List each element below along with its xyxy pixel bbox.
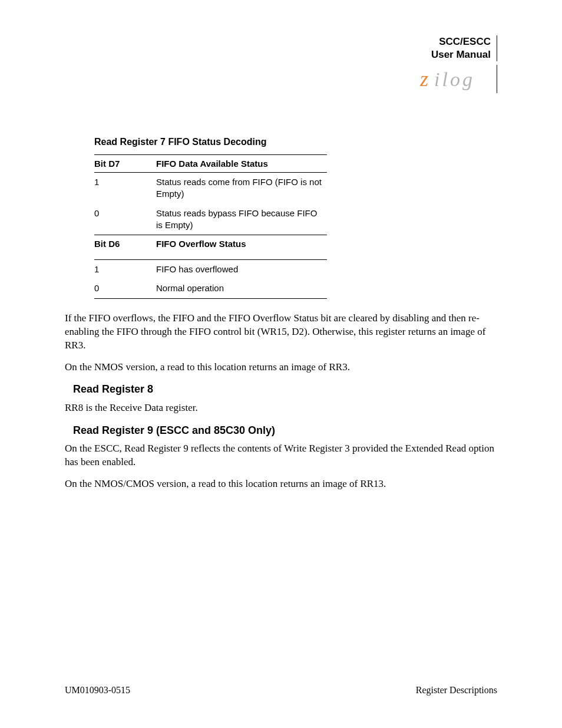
table-cell-bit: 0 [94, 279, 156, 298]
table-cell-desc: Normal operation [156, 279, 327, 298]
table-cell-desc: Status reads bypass FIFO because FIFO is… [156, 204, 327, 235]
section-heading-rr8: Read Register 8 [73, 382, 497, 396]
status-table: Bit D7 FIFO Data Available Status 1 Stat… [94, 154, 327, 299]
svg-text:ilog: ilog [434, 68, 475, 90]
paragraph: On the ESCC, Read Register 9 reflects th… [65, 442, 497, 469]
zilog-logo-icon: z ilog [420, 65, 497, 93]
paragraph: If the FIFO overflows, the FIFO and the … [65, 312, 497, 353]
doc-title-line1: SCC/ESCC [439, 36, 491, 47]
table-header-bit: Bit D6 [94, 235, 156, 260]
paragraph: RR8 is the Receive Data register. [65, 401, 497, 415]
page-header: SCC/ESCC User Manual z ilog [65, 35, 497, 95]
body-text: If the FIFO overflows, the FIFO and the … [65, 312, 497, 491]
section-heading-rr9: Read Register 9 (ESCC and 85C30 Only) [73, 423, 497, 437]
table-header-bit: Bit D7 [94, 155, 156, 173]
table-cell-desc: Status reads come from FIFO (FIFO is not… [156, 173, 327, 204]
table-header-desc: FIFO Overflow Status [156, 235, 327, 260]
doc-title-line2: User Manual [431, 49, 491, 60]
content: Read Register 7 FIFO Status Decoding Bit… [94, 137, 497, 299]
table-header-desc: FIFO Data Available Status [156, 155, 327, 173]
table-cell-bit: 0 [94, 204, 156, 235]
table-title: Read Register 7 FIFO Status Decoding [94, 137, 497, 147]
table-cell-bit: 1 [94, 260, 156, 279]
svg-text:z: z [420, 67, 429, 91]
page-footer: UM010903-0515 Register Descriptions [65, 685, 497, 696]
footer-section: Register Descriptions [416, 685, 497, 696]
paragraph: On the NMOS/CMOS version, a read to this… [65, 477, 497, 491]
footer-docnum: UM010903-0515 [65, 685, 130, 696]
table-cell-desc: FIFO has overflowed [156, 260, 327, 279]
table-cell-bit: 1 [94, 173, 156, 204]
paragraph: On the NMOS version, a read to this loca… [65, 361, 497, 374]
doc-title: SCC/ESCC User Manual [431, 35, 497, 61]
